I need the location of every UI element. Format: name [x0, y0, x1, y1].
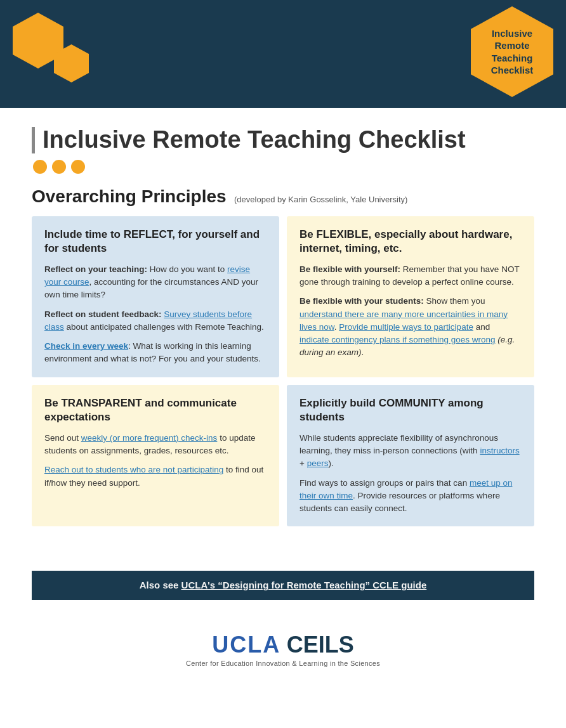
ucla-logo: UCLA CEILS: [0, 632, 566, 658]
card-transparent-p2: Reach out to students who are not partic…: [44, 464, 267, 490]
footer-banner: Also see UCLA's “Designing for Remote Te…: [32, 571, 534, 600]
dot-3: [71, 160, 85, 174]
meet-own-time-link[interactable]: meet up on their own time: [299, 478, 512, 500]
card-transparent-title: Be TRANSPARENT and communicate expectati…: [44, 396, 267, 424]
ccle-guide-link[interactable]: UCLA's “Designing for Remote Teaching” C…: [181, 580, 427, 590]
card-reflect: Include time to REFLECT, for yourself an…: [32, 216, 279, 377]
card-transparent: Be TRANSPARENT and communicate expectati…: [32, 385, 279, 527]
principles-grid: Include time to REFLECT, for yourself an…: [32, 216, 534, 527]
badge-text: InclusiveRemoteTeachingChecklist: [485, 27, 540, 77]
reach-out-link[interactable]: Reach out to students who are not partic…: [44, 465, 223, 474]
ucla-footer: UCLA CEILS Center for Education Innovati…: [0, 613, 566, 680]
title-dots: [32, 160, 534, 174]
page-title: Inclusive Remote Teaching Checklist: [32, 127, 534, 153]
ceils-subtext: Center for Education Innovation & Learni…: [0, 660, 566, 667]
card-reflect-p1: Reflect on your teaching: How do you wan…: [44, 263, 267, 302]
card-flexible-p2: Be flexible with your students: Show the…: [299, 295, 522, 359]
card-flexible-p1: Be flexible with yourself: Remember that…: [299, 263, 522, 289]
ceils-label: CEILS: [287, 632, 354, 658]
multiple-ways-link[interactable]: Provide multiple ways to participate: [339, 322, 473, 332]
card-transparent-p1: Send out weekly (or more frequent) check…: [44, 432, 267, 458]
contingency-link[interactable]: indicate contingency plans if something …: [299, 335, 495, 344]
card-flexible-title: Be FLEXIBLE, especially about hardware, …: [299, 228, 522, 256]
card-reflect-p2: Reflect on student feedback: Survey stud…: [44, 308, 267, 334]
card-reflect-title: Include time to REFLECT, for yourself an…: [44, 228, 267, 256]
weekly-checkins-link[interactable]: weekly (or more frequent) check-ins: [81, 433, 218, 443]
section-subheading: (developed by Karin Gosselink, Yale Univ…: [234, 195, 407, 204]
card-community-p2: Find ways to assign groups or pairs that…: [299, 477, 522, 516]
ucla-label: UCLA: [212, 632, 280, 658]
card-community-p1: While students appreciate flexibility of…: [299, 432, 522, 471]
card-community-title: Explicitly build COMMUNITY among student…: [299, 396, 522, 424]
badge-hexagon: InclusiveRemoteTeachingChecklist: [471, 6, 553, 97]
card-community: Explicitly build COMMUNITY among student…: [287, 385, 534, 527]
footer-banner-text: Also see UCLA's “Designing for Remote Te…: [140, 580, 427, 590]
instructors-link[interactable]: instructors: [480, 446, 519, 455]
section-heading-container: Overarching Principles (developed by Kar…: [32, 186, 534, 207]
check-in-link[interactable]: Check in every week: [44, 341, 128, 351]
main-content: Inclusive Remote Teaching Checklist Over…: [0, 108, 566, 552]
section-heading: Overarching Principles: [32, 186, 227, 206]
card-reflect-p3: Check in every week: What is working in …: [44, 340, 267, 366]
dot-2: [52, 160, 66, 174]
card-flexible: Be FLEXIBLE, especially about hardware, …: [287, 216, 534, 377]
header-background: InclusiveRemoteTeachingChecklist: [0, 0, 566, 108]
dot-1: [33, 160, 47, 174]
peers-link[interactable]: peers: [307, 458, 329, 468]
